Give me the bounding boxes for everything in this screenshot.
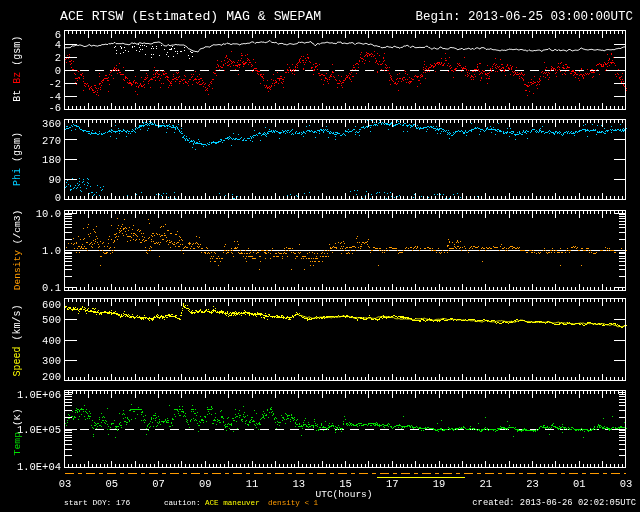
svg-text:360: 360 — [42, 118, 61, 130]
svg-text:density < 1: density < 1 — [268, 499, 319, 507]
svg-text:UTC(hours): UTC(hours) — [315, 489, 372, 500]
svg-text:200: 200 — [42, 371, 61, 383]
svg-text:caution:: caution: — [164, 499, 200, 507]
svg-text:Begin: 2013-06-25 03:00:00UTC: Begin: 2013-06-25 03:00:00UTC — [415, 10, 633, 24]
svg-text:07: 07 — [152, 478, 165, 490]
svg-text:03: 03 — [59, 478, 72, 490]
svg-text:23: 23 — [526, 478, 539, 490]
svg-text:0: 0 — [55, 65, 61, 77]
svg-text:17: 17 — [386, 478, 399, 490]
svg-text:2: 2 — [55, 52, 61, 64]
svg-text:400: 400 — [42, 335, 61, 347]
svg-text:05: 05 — [105, 478, 118, 490]
svg-text:0.1: 0.1 — [42, 282, 61, 294]
svg-text:1.0E+04: 1.0E+04 — [17, 461, 61, 473]
svg-text:-2: -2 — [48, 78, 61, 90]
svg-text:1.0: 1.0 — [42, 245, 61, 257]
svg-text:created: 2013-06-26 02:02:05U: created: 2013-06-26 02:02:05UTC — [472, 498, 636, 508]
svg-text:-6: -6 — [48, 102, 61, 114]
svg-text:90: 90 — [48, 174, 61, 186]
svg-text:21: 21 — [479, 478, 492, 490]
svg-text:600: 600 — [42, 299, 61, 311]
svg-text:Temp (K): Temp (K) — [12, 408, 23, 455]
svg-text:13: 13 — [292, 478, 305, 490]
svg-text:180: 180 — [42, 154, 61, 166]
svg-text:1.0E+05: 1.0E+05 — [17, 424, 61, 436]
svg-text:500: 500 — [42, 314, 61, 326]
svg-text:Bt Bz (gsm): Bt Bz (gsm) — [12, 36, 23, 102]
svg-text:Phi (gsm): Phi (gsm) — [12, 132, 23, 186]
svg-text:300: 300 — [42, 355, 61, 367]
svg-text:start DOY: 176: start DOY: 176 — [64, 498, 131, 507]
svg-text:01: 01 — [573, 478, 586, 490]
svg-text:Density (/cm3): Density (/cm3) — [12, 210, 23, 291]
svg-text:19: 19 — [433, 478, 446, 490]
svg-text:09: 09 — [199, 478, 212, 490]
svg-text:270: 270 — [42, 135, 61, 147]
svg-text:1.0E+06: 1.0E+06 — [17, 389, 61, 401]
svg-text:ACE RTSW (Estimated) MAG & SWE: ACE RTSW (Estimated) MAG & SWEPAM — [60, 9, 321, 24]
svg-text:03: 03 — [620, 478, 633, 490]
svg-text:0: 0 — [55, 192, 61, 204]
svg-text:11: 11 — [246, 478, 259, 490]
svg-text:Speed (km/s): Speed (km/s) — [12, 305, 23, 377]
svg-text:ACE maneuver: ACE maneuver — [205, 499, 260, 507]
svg-text:4: 4 — [55, 39, 61, 51]
svg-text:10.0: 10.0 — [36, 208, 61, 220]
